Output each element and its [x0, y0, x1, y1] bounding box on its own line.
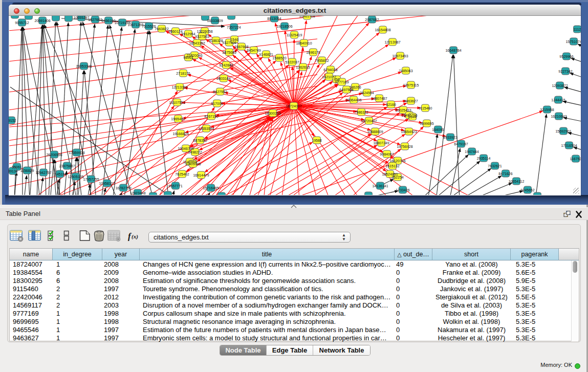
svg-text:9084067: 9084067 — [380, 152, 394, 156]
svg-text:19218506: 19218506 — [276, 25, 292, 28]
svg-text:1733426: 1733426 — [396, 188, 409, 192]
svg-text:252254: 252254 — [391, 176, 403, 179]
svg-text:16107553: 16107553 — [169, 101, 185, 104]
svg-text:10973493: 10973493 — [392, 54, 408, 58]
svg-text:2935114: 2935114 — [477, 157, 491, 160]
svg-text:26206556: 26206556 — [46, 153, 62, 157]
svg-text:7485063: 7485063 — [399, 69, 412, 73]
svg-text:16543382: 16543382 — [189, 41, 205, 45]
svg-text:16782759: 16782759 — [115, 186, 131, 190]
svg-text:19166825: 19166825 — [172, 132, 188, 136]
svg-text:6479197: 6479197 — [454, 142, 468, 146]
svg-text:9146821: 9146821 — [259, 53, 273, 56]
svg-text:2718176: 2718176 — [176, 72, 190, 75]
svg-text:3624554: 3624554 — [360, 91, 374, 95]
svg-text:1947444: 1947444 — [465, 150, 478, 154]
svg-text:9699695: 9699695 — [420, 122, 433, 125]
svg-text:7625402: 7625402 — [175, 172, 189, 176]
svg-text:164095: 164095 — [432, 128, 444, 132]
svg-text:16154808: 16154808 — [375, 28, 390, 32]
svg-text:19756928: 19756928 — [397, 145, 412, 148]
svg-text:1546: 1546 — [230, 38, 238, 41]
svg-text:7663822: 7663822 — [155, 27, 168, 31]
svg-text:9529966: 9529966 — [559, 55, 573, 58]
svg-text:1588520: 1588520 — [272, 56, 286, 60]
svg-text:8267150: 8267150 — [204, 115, 218, 118]
svg-text:8813054: 8813054 — [267, 17, 281, 20]
svg-text:1527602: 1527602 — [88, 18, 102, 21]
svg-text:617006: 617006 — [211, 102, 223, 105]
svg-text:8427552: 8427552 — [213, 90, 227, 94]
svg-text:15716485: 15716485 — [203, 186, 219, 190]
svg-text:98961: 98961 — [183, 56, 193, 59]
svg-text:(x): (x) — [132, 233, 138, 240]
svg-text:7515526: 7515526 — [142, 25, 156, 28]
svg-text:6497568: 6497568 — [339, 88, 353, 92]
svg-text:12213987: 12213987 — [384, 40, 400, 44]
svg-text:6466160: 6466160 — [101, 19, 115, 23]
svg-text:12353594: 12353594 — [198, 127, 214, 130]
svg-text:62160: 62160 — [386, 103, 396, 106]
svg-text:12093872: 12093872 — [552, 84, 568, 87]
svg-text:10688609: 10688609 — [367, 130, 383, 134]
svg-text:1362615: 1362615 — [296, 65, 310, 69]
svg-text:1965492: 1965492 — [171, 117, 185, 121]
svg-text:18724007: 18724007 — [286, 104, 301, 108]
svg-text:5322037: 5322037 — [285, 60, 299, 64]
svg-text:10807487: 10807487 — [371, 97, 387, 100]
svg-text:8912954: 8912954 — [181, 32, 195, 36]
svg-text:1244415: 1244415 — [551, 98, 565, 102]
svg-text:39152: 39152 — [9, 119, 16, 122]
svg-text:19588: 19588 — [312, 139, 322, 142]
svg-text:116753: 116753 — [570, 157, 581, 161]
svg-text:10671355: 10671355 — [127, 23, 143, 27]
svg-text:10046786: 10046786 — [178, 147, 193, 150]
svg-text:3215958: 3215958 — [540, 108, 554, 112]
svg-text:11409948: 11409948 — [185, 162, 201, 166]
svg-text:29053346: 29053346 — [76, 64, 92, 68]
svg-text:1112: 1112 — [574, 28, 581, 31]
svg-text:7357224: 7357224 — [227, 26, 241, 29]
svg-text:17016504: 17016504 — [561, 144, 577, 147]
svg-text:10655287: 10655287 — [73, 16, 89, 19]
svg-text:18640910: 18640910 — [296, 41, 312, 45]
svg-text:9245652: 9245652 — [520, 188, 534, 192]
svg-text:20691406: 20691406 — [34, 19, 50, 23]
svg-text:9463627: 9463627 — [404, 99, 418, 103]
svg-text:23975887: 23975887 — [59, 164, 75, 168]
svg-text:15751074: 15751074 — [565, 40, 581, 43]
svg-text:9055712: 9055712 — [15, 21, 29, 25]
svg-text:9860124: 9860124 — [168, 30, 182, 33]
svg-text:39134: 39134 — [9, 169, 18, 173]
svg-text:9777169: 9777169 — [335, 80, 349, 84]
svg-text:9242848: 9242848 — [219, 63, 233, 67]
svg-text:12505135: 12505135 — [68, 175, 83, 179]
svg-text:1696178: 1696178 — [306, 51, 320, 54]
svg-text:8186328: 8186328 — [209, 39, 223, 42]
svg-text:1145194: 1145194 — [53, 172, 67, 176]
svg-text:1615132: 1615132 — [385, 164, 399, 168]
svg-text:9227342: 9227342 — [558, 70, 572, 73]
svg-text:8878352: 8878352 — [193, 139, 207, 142]
svg-text:18807249: 18807249 — [373, 141, 389, 145]
svg-text:8933923: 8933923 — [443, 136, 457, 139]
svg-text:10025433: 10025433 — [395, 108, 411, 112]
svg-text:3498222: 3498222 — [188, 150, 202, 154]
svg-text:18300295: 18300295 — [265, 112, 280, 115]
svg-text:2087682: 2087682 — [365, 18, 379, 21]
svg-text:10961768: 10961768 — [299, 16, 315, 18]
svg-text:16210643: 16210643 — [551, 115, 567, 118]
svg-text:10654112: 10654112 — [509, 180, 525, 183]
svg-text:16033809: 16033809 — [207, 19, 223, 23]
svg-text:12923448: 12923448 — [129, 191, 145, 195]
svg-text:17957255: 17957255 — [83, 178, 99, 181]
svg-text:12975115: 12975115 — [403, 83, 419, 87]
svg-text:9657771: 9657771 — [168, 184, 182, 188]
svg-text:8454749: 8454749 — [247, 49, 260, 52]
svg-text:12213389: 12213389 — [171, 85, 187, 89]
svg-text:9327508: 9327508 — [222, 41, 236, 45]
svg-text:16648784: 16648784 — [445, 49, 461, 52]
svg-text:8471626: 8471626 — [498, 172, 512, 176]
svg-text:6794028: 6794028 — [323, 68, 337, 72]
svg-text:19654923: 19654923 — [401, 130, 417, 134]
